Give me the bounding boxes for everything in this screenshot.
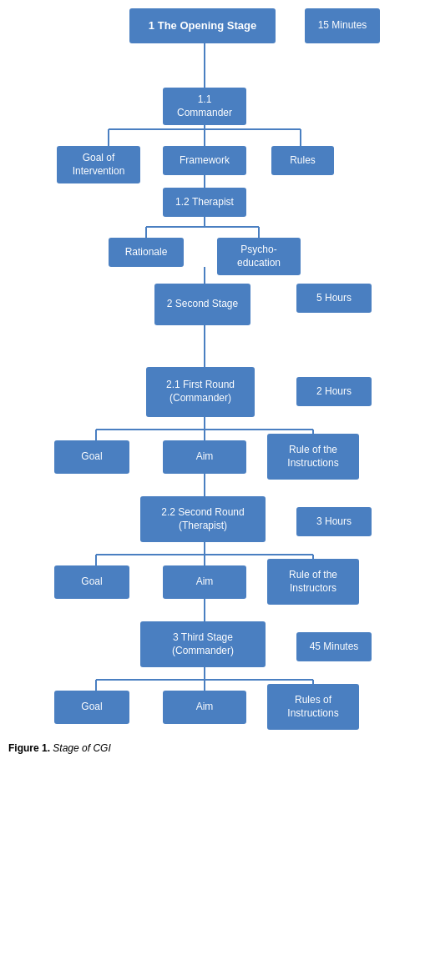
second-round-node: 2.2 Second Round (Therapist) xyxy=(140,496,266,542)
rules-instructions-node: Rules of Instructions xyxy=(267,684,359,730)
aim3-node: Aim xyxy=(163,691,246,724)
opening-stage-node: 1 The Opening Stage xyxy=(129,8,276,43)
connectors-svg xyxy=(0,0,425,951)
diagram-container: 1 The Opening Stage 15 Minutes 1.1 Comma… xyxy=(0,0,425,33)
commander-11-node: 1.1 Commander xyxy=(163,88,246,125)
first-round-node: 2.1 First Round (Commander) xyxy=(146,367,255,417)
rule-instructions-node: Rule of the Instructions xyxy=(267,434,359,480)
hours-3-node: 3 Hours xyxy=(296,507,372,536)
minutes-45-node: 45 Minutes xyxy=(296,632,372,661)
goal-intervention-node: Goal of Intervention xyxy=(57,146,140,183)
framework-node: Framework xyxy=(163,146,246,175)
aim1-node: Aim xyxy=(163,440,246,474)
rules-node: Rules xyxy=(271,146,334,175)
third-stage-node: 3 Third Stage (Commander) xyxy=(140,621,266,667)
figure-label: Figure 1. xyxy=(8,742,50,754)
second-stage-node: 2 Second Stage xyxy=(154,284,250,325)
rationale-node: Rationale xyxy=(109,238,184,267)
hours-2-node: 2 Hours xyxy=(296,377,372,406)
figure-text: Stage of CGI xyxy=(53,742,110,754)
psycho-education-node: Psycho-education xyxy=(217,238,301,275)
therapist-12-node: 1.2 Therapist xyxy=(163,188,246,217)
aim2-node: Aim xyxy=(163,565,246,599)
rule-instructors-node: Rule of the Instructors xyxy=(267,559,359,605)
minutes-15-node: 15 Minutes xyxy=(305,8,380,43)
hours-5-node: 5 Hours xyxy=(296,284,372,313)
goal1-node: Goal xyxy=(54,440,129,474)
goal2-node: Goal xyxy=(54,565,129,599)
goal3-node: Goal xyxy=(54,691,129,724)
